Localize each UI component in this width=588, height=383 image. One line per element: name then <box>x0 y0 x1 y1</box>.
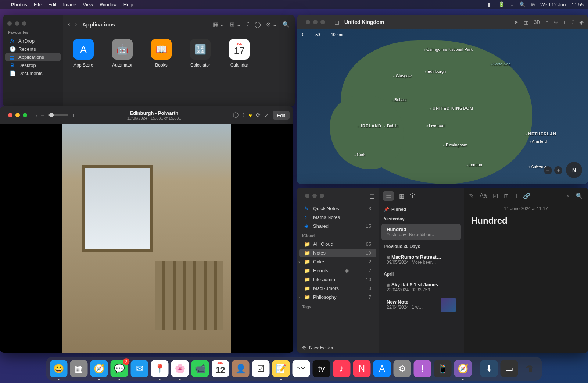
dock-safari[interactable]: 🧭 <box>90 360 108 377</box>
zoom-out-button[interactable]: − <box>544 166 552 174</box>
table-button[interactable]: ⊞ <box>504 192 509 199</box>
map-label[interactable]: Dublin <box>384 124 398 128</box>
app-app-store[interactable]: AApp Store <box>73 39 94 102</box>
chevron-right-icon[interactable]: › <box>298 294 300 300</box>
sidebar-item-documents[interactable]: 📄Documents <box>5 69 61 77</box>
sidebar-item-desktop[interactable]: 🖥Desktop <box>5 61 61 69</box>
close-button[interactable] <box>7 21 12 26</box>
sidebar-item-applications[interactable]: ▤Applications <box>5 53 61 61</box>
checklist-button[interactable]: ☑ <box>493 192 498 199</box>
app-automator[interactable]: 🤖Automator <box>112 39 133 102</box>
grid-view-button[interactable]: ▦ <box>399 192 405 199</box>
tags-section[interactable]: Tags <box>297 302 379 311</box>
menu-file[interactable]: File <box>34 2 42 7</box>
dock-facetime[interactable]: 📹 <box>191 360 209 377</box>
menu-view[interactable]: View <box>83 2 93 7</box>
dock-contacts[interactable]: 👤 <box>232 360 250 377</box>
dock-finder[interactable]: 😀 <box>50 360 68 377</box>
minimize-button[interactable] <box>15 21 19 26</box>
map-label[interactable]: Cairngorms National Park <box>424 47 473 52</box>
search-button[interactable]: 🔍 <box>282 21 290 28</box>
dock-notes[interactable]: 📝 <box>272 360 290 377</box>
dock-photos[interactable]: 🌸 <box>171 360 189 377</box>
app-menu[interactable]: Photos <box>11 2 27 7</box>
dock-settings[interactable]: ⚙ <box>394 360 411 377</box>
favorite-button[interactable]: ♥ <box>249 112 252 118</box>
maximize-button[interactable] <box>23 113 27 117</box>
menu-help[interactable]: Help <box>123 2 133 7</box>
photo-viewer[interactable] <box>0 124 293 353</box>
maximize-button[interactable] <box>320 20 325 24</box>
dock-freeform[interactable]: 〰 <box>293 360 310 377</box>
group-button[interactable]: ⊞ ⌄ <box>230 21 241 28</box>
route-button[interactable]: ⊕ <box>554 19 558 25</box>
zoom-in-button[interactable]: + <box>72 112 75 118</box>
maximize-button[interactable] <box>22 21 26 26</box>
dock-reminders[interactable]: ☑ <box>252 360 270 377</box>
folder-heriots[interactable]: 📁Heriots◉7 <box>299 266 376 275</box>
compass-button[interactable]: N <box>566 162 582 178</box>
info-button[interactable]: ⓘ <box>233 112 239 119</box>
note-item[interactable]: ◉ Sky flat 6 1 st James…23/04/20240333 7… <box>381 279 461 295</box>
share-button[interactable]: ⤴ <box>246 21 249 28</box>
dock-feedback[interactable]: ! <box>414 360 431 377</box>
note-item[interactable]: HundredYesterdayNo addition… <box>381 224 461 240</box>
close-button[interactable] <box>306 20 310 24</box>
map-label[interactable]: Birmingham <box>443 143 467 147</box>
folder-philosophy[interactable]: ›📁Philosophy7 <box>299 293 376 301</box>
look-around-button[interactable]: ⌂ <box>545 19 548 25</box>
menubar-date[interactable]: Wed 12 Jun <box>540 2 566 7</box>
map-label[interactable]: NETHERLAN <box>525 132 556 136</box>
sidebar-item-airdrop[interactable]: ◎AirDrop <box>5 37 61 45</box>
map-label[interactable]: UNITED KINGDOM <box>429 106 473 110</box>
link-button[interactable]: 🔗 <box>523 192 530 199</box>
folder-macrumors[interactable]: 📁MacRumors0 <box>299 284 376 292</box>
menu-window[interactable]: Window <box>100 2 117 7</box>
zoom-out-button[interactable]: − <box>41 112 44 118</box>
forward-button[interactable]: › <box>75 21 77 28</box>
spotlight-icon[interactable]: 🔍 <box>519 1 526 7</box>
menubar-time[interactable]: 11:55 <box>571 2 584 7</box>
tags-button[interactable]: ◯ <box>254 21 261 28</box>
app-calculator[interactable]: 🔢Calculator <box>190 39 211 102</box>
chevron-right-icon[interactable]: › <box>298 259 300 265</box>
new-note-button[interactable]: ✎ <box>469 192 474 199</box>
delete-note-button[interactable]: 🗑 <box>410 192 416 199</box>
add-button[interactable]: + <box>563 19 566 25</box>
app-books[interactable]: 📖Books <box>151 39 172 102</box>
note-item[interactable]: ◉ MacRumors Retreat…09/05/2024More beer… <box>381 251 461 268</box>
dock-calendar[interactable]: JUN12 <box>212 360 229 377</box>
edit-button[interactable]: Edit <box>273 111 290 120</box>
folder-quick-notes[interactable]: ✎Quick Notes3 <box>299 204 376 213</box>
3d-button[interactable]: 3D <box>534 19 540 25</box>
dock-messages[interactable]: 💬2 <box>111 360 128 377</box>
folder-maths-notes[interactable]: ∑Maths Notes1 <box>299 213 376 221</box>
dock-mail[interactable]: ✉ <box>131 360 148 377</box>
note-item[interactable]: New Note22/04/20241 w… <box>381 296 461 313</box>
folder-life-admin[interactable]: 📁Life admin10 <box>299 275 376 284</box>
media-button[interactable]: ⫴ <box>514 192 517 199</box>
map-label[interactable]: Amsterd <box>529 139 547 143</box>
sidebar-toggle[interactable]: ◫ <box>369 192 375 199</box>
dock-tv[interactable]: tv <box>313 360 330 377</box>
more-button[interactable]: ⊙ ⌄ <box>266 21 277 28</box>
battery-icon[interactable]: 🔋 <box>498 1 505 7</box>
map-mode-button[interactable]: ▦ <box>524 19 528 25</box>
map-label[interactable]: London <box>466 163 482 167</box>
list-view-button[interactable]: ☰ <box>383 191 394 201</box>
dock-appstore[interactable]: A <box>373 360 391 377</box>
map-label[interactable]: Liverpool <box>426 123 445 128</box>
dock-trash[interactable]: 🗑 <box>521 360 538 377</box>
locate-button[interactable]: ➤ <box>514 19 519 25</box>
wifi-icon[interactable]: ⏚ <box>510 1 513 7</box>
minimize-button[interactable] <box>313 20 318 24</box>
zoom-in-button[interactable]: + <box>554 166 562 174</box>
menu-image[interactable]: Image <box>63 2 76 7</box>
icloud-section[interactable]: iCloud <box>297 231 379 240</box>
map-label[interactable]: Glasgow <box>393 74 412 78</box>
sidebar-toggle[interactable]: ◫ <box>334 19 339 25</box>
search-button[interactable]: 🔍 <box>576 192 583 199</box>
account-button[interactable]: ◉ <box>579 19 584 25</box>
dock-archive[interactable]: ▭ <box>501 360 518 377</box>
sidebar-item-recents[interactable]: 🕘Recents <box>5 45 61 53</box>
